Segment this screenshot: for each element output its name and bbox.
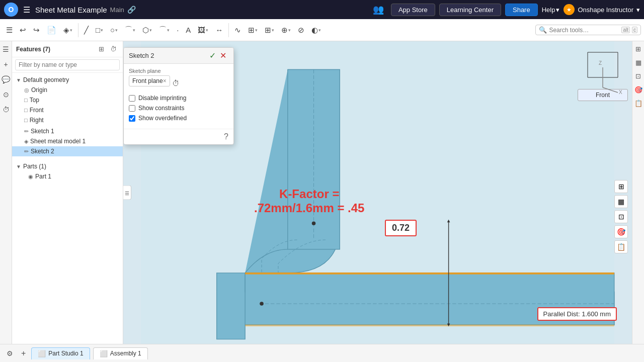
link-icon[interactable]: 🔗 [127,6,136,14]
redo-button[interactable]: ↪ [30,24,43,37]
image-tool[interactable]: 🖼▾ [195,24,211,36]
show-overdefined-row: Show overdefined [129,115,228,122]
parts-chevron: ▼ [16,164,21,169]
polygon-tool[interactable]: ⬡▾ [139,24,155,37]
panel-collapse-btn[interactable]: ☰ [123,186,131,200]
default-geometry-header[interactable]: ▼ Default geometry [12,75,123,85]
bookmark-button[interactable]: 📄 [44,24,59,37]
rectangle-tool[interactable]: □▾ [93,24,106,36]
instructor-label: Onshape Instructor [578,6,633,14]
bottom-settings-btn[interactable]: ⚙ [4,348,16,359]
text-tool[interactable]: A [183,24,194,36]
show-suppressed-btn[interactable]: ⏱ [108,44,119,54]
canvas-tool-1[interactable]: ⊞ [614,180,628,193]
top-plane-item[interactable]: □ Top [12,95,123,105]
search-kbd-c: c [632,27,637,33]
right-panel-btn-4[interactable]: 🎯 [633,84,643,96]
hamburger-button[interactable]: ☰ [21,3,32,17]
assembly-tab[interactable]: ⬜ Assembly 1 [93,347,148,359]
canvas-tool-2[interactable]: ▦ [614,195,628,208]
top-plane-icon: □ [24,97,28,103]
sketch1-label: Sketch 1 [31,128,54,135]
undo-button[interactable]: ↩ [17,24,29,37]
left-icons: ☰ + 💬 ⊙ ⏱ [0,41,12,344]
svg-point-7 [312,221,316,225]
sketch2-item[interactable]: ✏ Sketch 2 [12,146,123,156]
collaborate-button[interactable]: 👥 [370,3,387,16]
sketch-plane-selector[interactable]: Front plane × [129,75,170,86]
sketch-plane-clear-btn[interactable]: × [163,77,167,84]
show-constraints-checkbox[interactable] [129,105,135,112]
help-button[interactable]: Help ▾ [542,6,560,14]
section-tool[interactable]: ⊘ [295,24,307,37]
sheet-metal-item[interactable]: ◈ Sheet metal model 1 [12,136,123,146]
sketch-ok-button[interactable]: ✓ [207,51,218,60]
svg-text:X: X [619,89,622,95]
show-constraints-row: Show constraints [129,105,228,112]
show-overdefined-checkbox[interactable] [129,115,135,122]
toolbar-sep-1 [78,23,78,37]
sketch-cancel-button[interactable]: ✕ [218,51,228,60]
doc-title: Sheet Metal Example [35,6,107,14]
disable-imprinting-checkbox[interactable] [129,95,135,102]
toolbar-menu-btn[interactable]: ☰ [3,24,16,37]
filter-input[interactable] [15,59,120,70]
variables-icon-btn[interactable]: + [3,58,9,70]
bottom-bar: ⚙ + ⬜ Part Studio 1 ⬜ Assembly 1 [0,344,644,362]
parts-section: ▼ Parts (1) ◉ Part 1 [12,160,123,183]
sketch-dialog-title: Sketch 2 [129,52,207,59]
transform-tool[interactable]: ⊞▾ [245,24,261,37]
features-title: Features (7) [16,46,95,53]
add-tab-button[interactable]: + [19,347,28,359]
sketch-plane-row: Front plane × ⏱ [129,75,228,90]
part-studio-tab-label: Part Studio 1 [48,350,83,357]
search-tools-input[interactable] [549,27,619,34]
part1-item[interactable]: ◉ Part 1 [12,171,123,182]
right-panel-btn-5[interactable]: 📋 [633,98,643,109]
canvas-tool-3[interactable]: ⊡ [614,210,628,223]
parts-header[interactable]: ▼ Parts (1) [12,161,123,171]
render-tool[interactable]: ◐▾ [308,24,324,37]
origin-item[interactable]: ◎ Origin [12,85,123,95]
measure-tool[interactable]: ⊕▾ [278,24,294,37]
right-canvas-tools: ⊞ ▦ ⊡ 🎯 📋 [614,180,628,253]
search-kbd-alt: alt [621,27,630,33]
features-icon-btn[interactable]: ☰ [2,43,10,55]
canvas-tool-5[interactable]: 📋 [614,240,628,253]
right-panel-btn-3[interactable]: ⊡ [634,70,642,82]
line-tool[interactable]: ╱ [81,24,92,37]
learning-center-button[interactable]: Learning Center [439,4,501,16]
circle-tool[interactable]: ○▾ [107,24,121,36]
point-tool[interactable]: · [174,24,182,36]
show-in-viewer-btn[interactable]: ⊞ [97,44,106,54]
history-icon-btn[interactable]: ⏱ [2,104,11,116]
svg-rect-5 [245,273,614,275]
right-panel-btn-2[interactable]: ▦ [634,57,642,68]
instructor-button[interactable]: ★ Onshape Instructor ▾ [564,4,640,15]
display-states-button[interactable]: ◈▾ [60,24,75,37]
versions-icon-btn[interactable]: ⊙ [2,88,10,101]
canvas-tool-4[interactable]: 🎯 [614,225,628,238]
sketch-help-button[interactable]: ? [224,132,228,141]
arc-tool[interactable]: ⌒▾ [122,23,138,37]
svg-point-8 [260,302,264,306]
fillet-tool[interactable]: ⌒▾ [156,23,173,37]
sheet-metal-icon: ◈ [24,138,28,145]
dimension-tool[interactable]: ↔ [212,24,226,36]
pattern-tool[interactable]: ⊞▾ [262,24,277,37]
sketch1-item[interactable]: ✏ Sketch 1 [12,126,123,136]
sketch-plane-clock-btn[interactable]: ⏱ [172,79,180,87]
app-store-button[interactable]: App Store [391,4,435,16]
front-plane-item[interactable]: □ Front [12,105,123,115]
share-button[interactable]: Share [505,4,538,16]
feature-tree: ▼ Default geometry ◎ Origin □ Top □ [12,73,123,344]
parts-label: Parts (1) [23,163,46,170]
canvas-area[interactable]: K-Factor = .72mm/1.6mm = .45 0.72 Z X Fr… [123,41,632,344]
right-panel-btn-1[interactable]: ⊞ [634,43,642,55]
svg-rect-6 [245,324,614,326]
part-studio-tab[interactable]: ⬜ Part Studio 1 [31,347,90,359]
nav-cube-container: Z X Front [578,47,628,101]
comments-icon-btn[interactable]: 💬 [1,73,11,85]
spline-tool[interactable]: ∿ [231,24,244,37]
right-plane-item[interactable]: □ Right [12,115,123,125]
